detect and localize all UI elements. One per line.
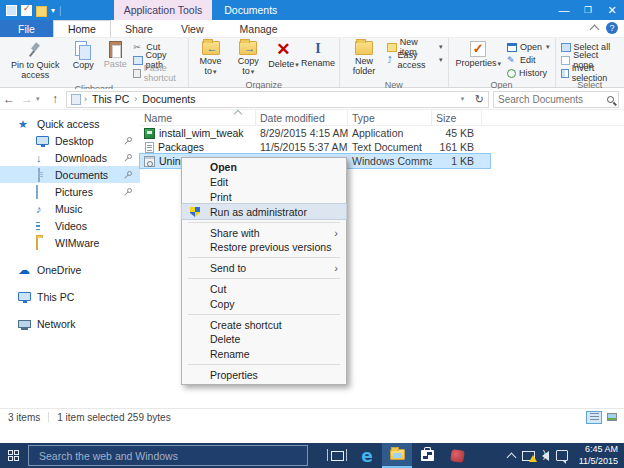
close-button[interactable]: ✕ bbox=[600, 0, 624, 20]
help-icon[interactable]: ? bbox=[606, 22, 618, 34]
taskbar-clock[interactable]: 6:45 AM 11/5/2015 bbox=[575, 444, 618, 467]
copy-path-icon bbox=[133, 56, 142, 65]
sidebar-item-wimware[interactable]: WIMware bbox=[0, 234, 140, 251]
forward-button[interactable]: → bbox=[18, 92, 36, 106]
column-header-type[interactable]: Type bbox=[348, 110, 432, 126]
new-folder-button[interactable]: New folder bbox=[343, 39, 385, 79]
menu-item-copy[interactable]: Copy bbox=[182, 296, 346, 311]
move-to-button[interactable]: ← Move to bbox=[192, 39, 230, 79]
menu-item-send-to[interactable]: Send to › bbox=[182, 261, 346, 276]
copy-button[interactable]: Copy bbox=[67, 39, 99, 72]
sidebar-item-videos[interactable]: Videos bbox=[0, 217, 140, 234]
tab-share[interactable]: Share bbox=[111, 20, 167, 37]
properties-button[interactable]: ✓ Properties bbox=[452, 39, 506, 70]
start-button[interactable] bbox=[0, 443, 28, 468]
thumbnails-view-button[interactable] bbox=[604, 411, 620, 424]
store-icon bbox=[421, 450, 434, 461]
sidebar-item-downloads[interactable]: ↓ Downloads bbox=[0, 149, 140, 166]
contextual-tab-application-tools[interactable]: Application Tools bbox=[114, 0, 213, 20]
sidebar-item-music[interactable]: ♪ Music bbox=[0, 200, 140, 217]
file-explorer-button[interactable] bbox=[382, 443, 412, 468]
recent-locations-dropdown-icon[interactable]: ▾ bbox=[36, 95, 46, 103]
qat-customize-dropdown-icon[interactable]: ▾ bbox=[51, 6, 55, 15]
menu-item-print[interactable]: Print bbox=[182, 190, 346, 205]
minimize-button[interactable]: — bbox=[552, 0, 576, 20]
volume-icon[interactable] bbox=[542, 451, 549, 461]
easy-access-icon: ⤴ bbox=[387, 56, 394, 65]
paste-icon bbox=[109, 41, 122, 58]
refresh-icon[interactable]: ↻ bbox=[475, 93, 484, 106]
qat-new-folder-icon[interactable] bbox=[36, 6, 47, 17]
maximize-button[interactable]: ❐ bbox=[576, 0, 600, 20]
edit-button[interactable]: ✎ Edit bbox=[505, 54, 552, 66]
network-tray-icon[interactable] bbox=[522, 451, 535, 461]
edge-button[interactable]: e bbox=[352, 443, 382, 468]
windows-desktop: ▾ | Application Tools Documents — ❐ ✕ Fi… bbox=[0, 0, 624, 468]
show-hidden-icons-chevron[interactable] bbox=[506, 452, 516, 462]
menu-item-share-with[interactable]: Share with › bbox=[182, 225, 346, 240]
taskbar-search-box[interactable]: Search the web and Windows bbox=[28, 445, 308, 466]
search-input[interactable] bbox=[498, 94, 607, 105]
copy-to-button[interactable]: → Copy to bbox=[230, 39, 267, 79]
rename-button[interactable]: I Rename bbox=[300, 39, 336, 70]
sidebar-item-documents[interactable]: Documents bbox=[0, 166, 140, 183]
task-view-button[interactable] bbox=[322, 443, 352, 468]
action-center-icon[interactable] bbox=[556, 450, 568, 461]
desktop-icon bbox=[36, 136, 49, 145]
submenu-arrow-icon: › bbox=[334, 227, 338, 239]
store-button[interactable] bbox=[412, 443, 442, 468]
menu-separator bbox=[188, 278, 340, 279]
easy-access-button[interactable]: ⤴ Easy access bbox=[385, 54, 444, 66]
sidebar-item-this-pc[interactable]: This PC bbox=[0, 288, 140, 305]
pinned-app-button[interactable] bbox=[442, 443, 472, 468]
qat-check-icon[interactable] bbox=[21, 5, 32, 16]
open-button[interactable]: Open bbox=[505, 41, 552, 53]
address-field[interactable]: › This PC › Documents ▾ ↻ bbox=[66, 91, 489, 108]
file-row-install-wim-tweak[interactable]: install_wim_tweak 8/29/2015 4:15 AM Appl… bbox=[140, 126, 624, 140]
tab-view[interactable]: View bbox=[167, 20, 218, 37]
delete-button[interactable]: ✕ Delete bbox=[267, 39, 300, 71]
ribbon-group-organize: ← Move to → Copy to ✕ Delete I Rename Or… bbox=[189, 38, 341, 87]
sidebar-item-desktop[interactable]: Desktop bbox=[0, 132, 140, 149]
breadcrumb-documents[interactable]: Documents bbox=[140, 93, 197, 105]
pin-to-quick-access-button[interactable]: Pin to Quick access bbox=[3, 39, 67, 83]
back-button[interactable]: ← bbox=[0, 92, 18, 106]
tab-manage[interactable]: Manage bbox=[226, 20, 292, 37]
menu-item-open[interactable]: Open bbox=[182, 160, 346, 175]
menu-item-edit[interactable]: Edit bbox=[182, 175, 346, 190]
paste-button[interactable]: Paste bbox=[99, 39, 131, 71]
ribbon-group-clipboard: Pin to Quick access Copy Paste ✂ Cut bbox=[0, 38, 189, 87]
sidebar-item-quick-access[interactable]: ★ Quick access bbox=[0, 115, 140, 132]
menu-item-cut[interactable]: Cut bbox=[182, 282, 346, 297]
menu-item-rename[interactable]: Rename bbox=[182, 347, 346, 362]
search-box[interactable] bbox=[493, 91, 619, 108]
invert-selection-button[interactable]: Invert selection bbox=[559, 67, 621, 79]
clock-date: 11/5/2015 bbox=[579, 456, 618, 467]
breadcrumb-separator: › bbox=[84, 94, 87, 104]
explorer-properties-icon[interactable] bbox=[6, 5, 17, 16]
history-button[interactable]: History bbox=[505, 67, 552, 79]
paste-shortcut-button[interactable]: Paste shortcut bbox=[131, 67, 184, 79]
minimize-ribbon-icon[interactable] bbox=[590, 25, 600, 35]
breadcrumb-this-pc[interactable]: This PC bbox=[90, 93, 131, 105]
history-icon bbox=[507, 69, 516, 78]
tab-home[interactable]: Home bbox=[53, 20, 111, 37]
menu-separator bbox=[188, 364, 340, 365]
column-header-size[interactable]: Size bbox=[432, 110, 482, 126]
address-bar: ← → ▾ ↑ › This PC › Documents ▾ ↻ bbox=[0, 89, 624, 110]
menu-item-run-as-administrator[interactable]: Run as administrator bbox=[182, 204, 346, 219]
menu-item-properties[interactable]: Properties bbox=[182, 368, 346, 383]
sidebar-item-pictures[interactable]: Pictures bbox=[0, 183, 140, 200]
file-row-packages[interactable]: Packages 11/5/2015 5:37 AM Text Document… bbox=[140, 140, 624, 154]
up-button[interactable]: ↑ bbox=[46, 92, 64, 106]
copy-to-icon: → bbox=[239, 41, 257, 55]
tab-file[interactable]: File bbox=[0, 20, 53, 37]
details-view-button[interactable] bbox=[586, 411, 602, 424]
menu-item-restore-previous-versions[interactable]: Restore previous versions bbox=[182, 240, 346, 255]
menu-item-delete[interactable]: Delete bbox=[182, 332, 346, 347]
sidebar-item-network[interactable]: Network bbox=[0, 315, 140, 332]
column-header-date-modified[interactable]: Date modified bbox=[256, 110, 348, 126]
address-dropdown-icon[interactable]: ▾ bbox=[461, 95, 471, 103]
menu-item-create-shortcut[interactable]: Create shortcut bbox=[182, 317, 346, 332]
sidebar-item-onedrive[interactable]: ☁ OneDrive bbox=[0, 261, 140, 278]
